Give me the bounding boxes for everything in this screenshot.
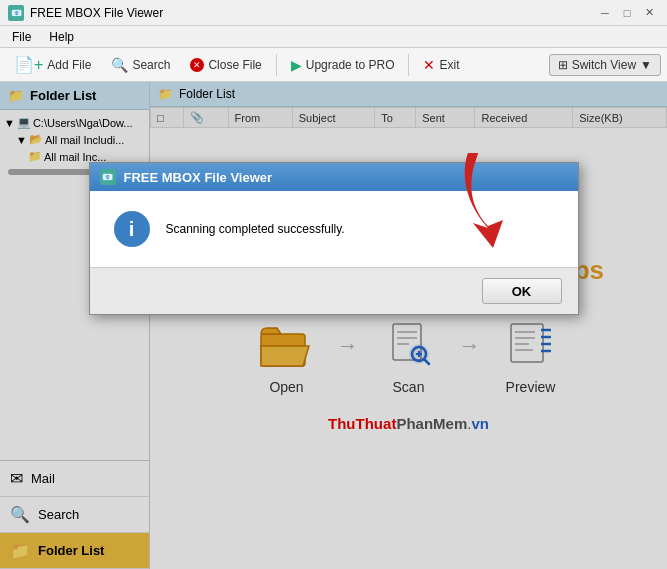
modal-dialog: 📧 FREE MBOX File Viewer i Scanning compl… (89, 162, 579, 315)
toolbar-separator-2 (408, 54, 409, 76)
exit-button[interactable]: ✕ Exit (415, 54, 467, 76)
main-layout: 📁 Folder List ▼ 💻 C:\Users\Nga\Dow... ▼ … (0, 82, 667, 569)
modal-overlay: 📧 FREE MBOX File Viewer i Scanning compl… (0, 82, 667, 569)
window-controls: ─ □ ✕ (595, 3, 659, 23)
menu-help[interactable]: Help (41, 28, 82, 46)
search-toolbar-button[interactable]: 🔍 Search (103, 54, 178, 76)
window-title-bar: 📧 FREE MBOX File Viewer ─ □ ✕ (0, 0, 667, 26)
modal-title: FREE MBOX File Viewer (124, 170, 273, 185)
window-title-left: 📧 FREE MBOX File Viewer (8, 5, 163, 21)
close-file-label: Close File (208, 58, 261, 72)
switch-view-label: Switch View (572, 58, 636, 72)
close-file-icon: ✕ (190, 58, 204, 72)
exit-label: Exit (439, 58, 459, 72)
add-file-icon: 📄+ (14, 55, 43, 74)
red-arrow-indicator (438, 148, 518, 268)
window-title: FREE MBOX File Viewer (30, 6, 163, 20)
add-file-label: Add File (47, 58, 91, 72)
upgrade-icon: ▶ (291, 57, 302, 73)
menu-bar: File Help (0, 26, 667, 48)
modal-message: Scanning completed successfully. (166, 222, 345, 236)
switch-view-button[interactable]: ⊞ Switch View ▼ (549, 54, 661, 76)
close-button[interactable]: ✕ (639, 3, 659, 23)
switch-view-icon: ⊞ (558, 58, 568, 72)
main-content: 📁 Folder List □ 📎 From Subject To Sent R… (150, 82, 667, 569)
ok-button[interactable]: OK (482, 278, 562, 304)
add-file-button[interactable]: 📄+ Add File (6, 52, 99, 77)
close-file-button[interactable]: ✕ Close File (182, 55, 269, 75)
exit-icon: ✕ (423, 57, 435, 73)
menu-file[interactable]: File (4, 28, 39, 46)
toolbar: 📄+ Add File 🔍 Search ✕ Close File ▶ Upgr… (0, 48, 667, 82)
maximize-button[interactable]: □ (617, 3, 637, 23)
modal-info-icon: i (114, 211, 150, 247)
toolbar-right: ⊞ Switch View ▼ (549, 54, 661, 76)
toolbar-separator-1 (276, 54, 277, 76)
upgrade-label: Upgrade to PRO (306, 58, 395, 72)
app-icon: 📧 (8, 5, 24, 21)
switch-view-chevron: ▼ (640, 58, 652, 72)
upgrade-button[interactable]: ▶ Upgrade to PRO (283, 54, 403, 76)
search-icon: 🔍 (111, 57, 128, 73)
search-toolbar-label: Search (132, 58, 170, 72)
minimize-button[interactable]: ─ (595, 3, 615, 23)
modal-app-icon: 📧 (100, 169, 116, 185)
modal-footer: OK (90, 267, 578, 314)
